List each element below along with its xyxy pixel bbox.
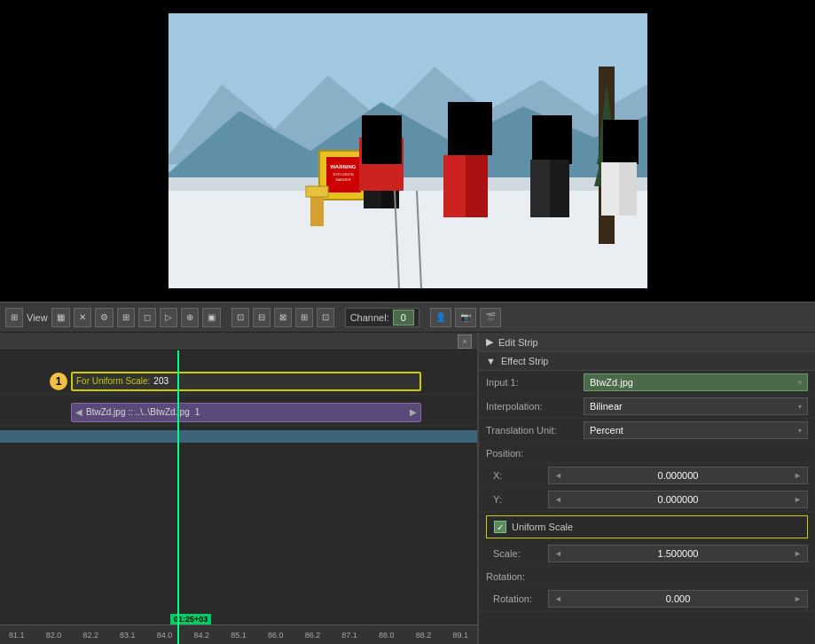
toolbar-icon-grid[interactable]: ⊞ bbox=[5, 308, 23, 327]
strip-text-label: For Uniform Scale: bbox=[76, 376, 150, 386]
toolbar-btn-6[interactable]: ▷ bbox=[160, 308, 177, 327]
toolbar-btn-seq2[interactable]: ⊟ bbox=[253, 308, 270, 327]
view-label: View bbox=[27, 312, 48, 323]
toolbar-btn-seq1[interactable]: ⊡ bbox=[231, 308, 249, 327]
toolbar-btn-user[interactable]: 👤 bbox=[430, 308, 451, 327]
svg-rect-19 bbox=[448, 102, 492, 155]
toolbar-btn-seq4[interactable]: ⊞ bbox=[295, 308, 313, 327]
ruler-mark-3: 83.1 bbox=[120, 631, 136, 640]
uniform-scale-row[interactable]: ✓ Uniform Scale bbox=[486, 515, 808, 538]
effect-strip-header[interactable]: ▼ Effect Strip bbox=[479, 352, 815, 371]
svg-rect-22 bbox=[532, 115, 572, 164]
edit-strip-header[interactable]: ▶ Edit Strip bbox=[479, 333, 815, 352]
ruler-mark-2: 82.2 bbox=[82, 631, 98, 640]
uniform-scale-checkbox[interactable]: ✓ bbox=[494, 521, 506, 533]
strip-arrow-left: ◀ bbox=[75, 407, 82, 417]
ruler-mark-4: 84.0 bbox=[157, 631, 173, 640]
svg-rect-27 bbox=[619, 162, 637, 216]
y-value[interactable]: ◄ 0.000000 ► bbox=[548, 491, 808, 508]
interpolation-chevron: ▾ bbox=[798, 403, 802, 411]
svg-rect-18 bbox=[362, 115, 402, 164]
strip-image-value: 1 bbox=[195, 407, 200, 417]
input1-chevron: ▾ bbox=[798, 379, 802, 387]
position-label: Position: bbox=[486, 448, 584, 459]
channel-label: Channel: bbox=[350, 312, 389, 323]
preview-area: WARNING EXPLOSION DANGER bbox=[0, 0, 815, 302]
scale-value[interactable]: ◄ 1.500000 ► bbox=[548, 545, 808, 562]
x-row: X: ◄ 0.000000 ► bbox=[479, 464, 815, 488]
main-container: WARNING EXPLOSION DANGER bbox=[0, 0, 815, 644]
ruler-mark-8: 86.2 bbox=[305, 631, 321, 640]
y-row: Y: ◄ 0.000000 ► bbox=[479, 488, 815, 512]
interpolation-label: Interpolation: bbox=[486, 401, 584, 412]
scale-arrow-right: ► bbox=[794, 549, 802, 558]
ruler-mark-7: 86.0 bbox=[268, 631, 284, 640]
rotation-label: Rotation: bbox=[486, 593, 548, 604]
uniform-scale-label: Uniform Scale bbox=[512, 522, 573, 532]
rotation-header-row: Rotation: bbox=[479, 566, 815, 587]
timeline-close-btn[interactable]: × bbox=[458, 334, 472, 349]
toolbar-btn-cam[interactable]: 📷 bbox=[455, 308, 476, 327]
edit-strip-label: Edit Strip bbox=[498, 337, 538, 348]
scene-svg: WARNING EXPLOSION DANGER bbox=[168, 13, 647, 288]
x-arrow-left: ◄ bbox=[554, 471, 562, 480]
svg-text:DANGER: DANGER bbox=[335, 177, 350, 182]
toolbar: ⊞ View ▦ ✕ ⚙ ⊞ ◻ ▷ ⊕ ▣ ⊡ ⊟ ⊠ ⊞ ⊡ Channel… bbox=[0, 302, 815, 333]
x-value[interactable]: ◄ 0.000000 ► bbox=[548, 467, 808, 484]
interpolation-row: Interpolation: Bilinear ▾ bbox=[479, 395, 815, 419]
strip-arrow-right: ▶ bbox=[410, 407, 417, 417]
svg-text:EXPLOSION: EXPLOSION bbox=[333, 172, 353, 177]
timeline-ruler: 01:25+03 81.1 82.0 82.2 83.1 84.0 84.2 8… bbox=[0, 624, 477, 644]
svg-rect-3 bbox=[168, 177, 647, 288]
translation-unit-label: Translation Unit: bbox=[486, 425, 584, 436]
scale-label: Scale: bbox=[486, 548, 548, 559]
toolbar-btn-2[interactable]: ✕ bbox=[74, 308, 91, 327]
translation-unit-row: Translation Unit: Percent ▾ bbox=[479, 419, 815, 443]
translation-unit-value[interactable]: Percent ▾ bbox=[584, 421, 808, 439]
channel-value[interactable]: 0 bbox=[393, 310, 414, 326]
input1-value[interactable]: BtwZd.jpg ▾ bbox=[584, 373, 808, 391]
strip-text-value: 203 bbox=[153, 376, 168, 386]
track-bar-blue bbox=[0, 430, 477, 443]
track-badge-1: 1 bbox=[50, 373, 67, 390]
svg-text:WARNING: WARNING bbox=[330, 164, 356, 169]
edit-strip-arrow: ▶ bbox=[486, 336, 493, 348]
toolbar-btn-7[interactable]: ⊕ bbox=[181, 308, 199, 327]
rotation-arrow-left: ◄ bbox=[554, 594, 562, 603]
toolbar-btn-film[interactable]: 🎬 bbox=[480, 308, 501, 327]
y-arrow-left: ◄ bbox=[554, 495, 562, 504]
strip-image-label: BtwZd.jpg :: ..\..\BtwZd.jpg bbox=[86, 407, 190, 417]
svg-rect-20 bbox=[443, 155, 466, 217]
interpolation-value[interactable]: Bilinear ▾ bbox=[584, 397, 808, 415]
ruler-mark-6: 85.1 bbox=[231, 631, 247, 640]
toolbar-btn-seq3[interactable]: ⊠ bbox=[274, 308, 292, 327]
scale-arrow-left: ◄ bbox=[554, 549, 562, 558]
toolbar-btn-1[interactable]: ▦ bbox=[51, 308, 70, 327]
effect-strip-arrow: ▼ bbox=[486, 356, 496, 366]
rotation-value[interactable]: ◄ 0.000 ► bbox=[548, 590, 808, 608]
x-label: X: bbox=[486, 470, 548, 481]
toolbar-btn-5[interactable]: ◻ bbox=[138, 308, 156, 327]
position-row: Position: bbox=[479, 443, 815, 464]
ruler-mark-5: 84.2 bbox=[194, 631, 210, 640]
track-strip-text[interactable]: For Uniform Scale: 203 bbox=[71, 372, 421, 391]
ruler-mark-9: 87.1 bbox=[341, 631, 357, 640]
svg-rect-21 bbox=[466, 155, 488, 217]
input1-row: Input 1: BtwZd.jpg ▾ bbox=[479, 371, 815, 395]
svg-rect-25 bbox=[603, 120, 639, 164]
svg-rect-26 bbox=[601, 162, 619, 216]
svg-rect-24 bbox=[550, 160, 569, 217]
scale-row: Scale: ◄ 1.500000 ► bbox=[479, 542, 815, 566]
translation-unit-chevron: ▾ bbox=[798, 427, 802, 435]
current-time-label: 01:25+03 bbox=[170, 614, 211, 624]
toolbar-btn-8[interactable]: ▣ bbox=[202, 308, 221, 327]
y-label: Y: bbox=[486, 494, 548, 505]
rotation-row: Rotation: ◄ 0.000 ► bbox=[479, 587, 815, 611]
ruler-mark-11: 88.2 bbox=[416, 631, 432, 640]
rotation-arrow-right: ► bbox=[794, 594, 802, 603]
track-strip-image[interactable]: ◀ BtwZd.jpg :: ..\..\BtwZd.jpg 1 ▶ bbox=[71, 403, 421, 422]
toolbar-btn-4[interactable]: ⊞ bbox=[117, 308, 135, 327]
toolbar-btn-3[interactable]: ⚙ bbox=[95, 308, 114, 327]
toolbar-btn-seq5[interactable]: ⊡ bbox=[317, 308, 334, 327]
channel-control: Channel: 0 bbox=[345, 308, 419, 327]
